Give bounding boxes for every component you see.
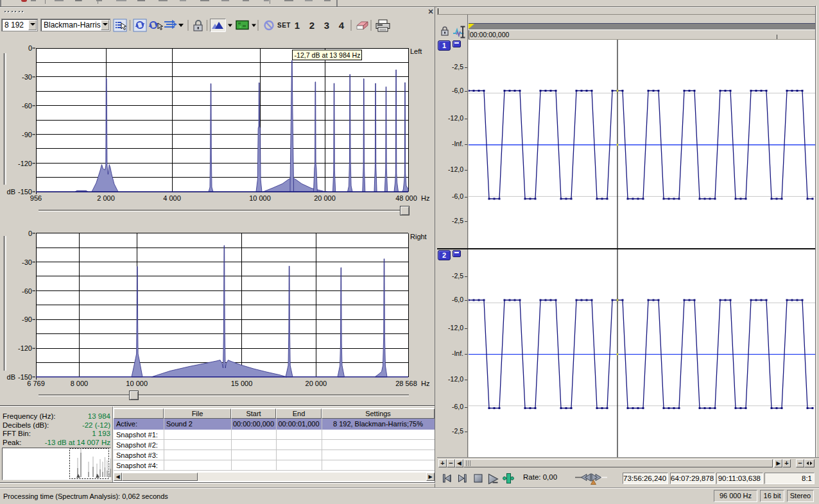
svg-text:3: 3 bbox=[324, 20, 329, 31]
svg-text:20 000: 20 000 bbox=[314, 194, 336, 202]
svg-text:Right: Right bbox=[410, 233, 427, 240]
svg-text:-120: -120 bbox=[18, 344, 32, 352]
svg-text:dB: dB bbox=[7, 373, 15, 381]
svg-text:956: 956 bbox=[30, 194, 42, 202]
svg-text:2 000: 2 000 bbox=[97, 194, 115, 202]
svg-text:6 769: 6 769 bbox=[27, 380, 45, 387]
svg-text:Hz: Hz bbox=[421, 380, 429, 387]
svg-text:4 000: 4 000 bbox=[163, 194, 181, 202]
svg-text:Rate: 0,00: Rate: 0,00 bbox=[523, 473, 557, 481]
svg-text:2: 2 bbox=[309, 20, 315, 31]
svg-text:Hz: Hz bbox=[421, 194, 429, 202]
svg-text:8 000: 8 000 bbox=[71, 380, 89, 387]
svg-text:4: 4 bbox=[339, 20, 345, 31]
svg-text:28 568: 28 568 bbox=[395, 380, 417, 387]
svg-text:SET: SET bbox=[277, 22, 291, 29]
svg-text:10 000: 10 000 bbox=[249, 194, 271, 202]
svg-text:10 000: 10 000 bbox=[126, 380, 148, 387]
svg-text:-60: -60 bbox=[22, 287, 32, 295]
svg-text:dB: dB bbox=[7, 188, 15, 196]
svg-text:0: 0 bbox=[28, 230, 32, 237]
svg-text:15 000: 15 000 bbox=[231, 380, 253, 387]
svg-text:-30: -30 bbox=[22, 73, 32, 81]
svg-text:1: 1 bbox=[295, 20, 300, 31]
svg-text:48 000: 48 000 bbox=[395, 194, 417, 202]
svg-text:-12,7 dB at 13 984 Hz: -12,7 dB at 13 984 Hz bbox=[295, 51, 361, 59]
svg-text:-30: -30 bbox=[22, 258, 32, 266]
svg-text:20 000: 20 000 bbox=[306, 380, 327, 387]
svg-text:-120: -120 bbox=[18, 160, 32, 167]
svg-text:-90: -90 bbox=[22, 315, 32, 323]
svg-text:-60: -60 bbox=[22, 102, 32, 110]
svg-text:-90: -90 bbox=[22, 131, 32, 139]
